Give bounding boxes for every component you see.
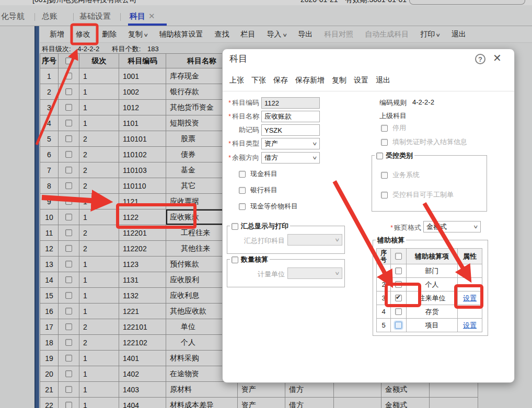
- toolbar-button[interactable]: 新增: [50, 30, 64, 39]
- cell-level: 2: [79, 162, 119, 178]
- table-row[interactable]: 22 1 1404 材料成本差异 资产 借方 金额式: [40, 398, 479, 408]
- row-checkbox[interactable]: [65, 167, 72, 173]
- tab-ledger[interactable]: 总账: [42, 11, 57, 21]
- cell-select: [59, 382, 79, 398]
- row-checkbox[interactable]: [65, 120, 72, 126]
- toolbar-button[interactable]: 删除: [102, 30, 117, 39]
- settlement-checkbox[interactable]: [381, 139, 388, 146]
- select-all-checkbox[interactable]: [65, 57, 72, 64]
- aux-table-row[interactable]: 2 个人: [377, 278, 482, 292]
- aux-row-checkbox[interactable]: [395, 308, 402, 315]
- help-icon[interactable]: ?: [475, 54, 485, 64]
- tab-close-icon[interactable]: ✕: [148, 11, 155, 21]
- mnemonic-input[interactable]: YSZK: [261, 124, 320, 136]
- summary-print-group: 汇总显示与打印 汇总打印科目 ∨: [227, 226, 345, 254]
- toolbar-button[interactable]: 科目对照: [324, 30, 353, 39]
- page-format-select[interactable]: 金额式∨: [423, 221, 481, 232]
- toolbar: 新增 修改 删除 复制∨ 辅助核算设置 查找 栏目 导入∨ 导出 科目对照 自动…: [40, 26, 532, 43]
- cell-seq: 18: [40, 335, 59, 351]
- toolbar-button[interactable]: 导入∨: [267, 30, 287, 39]
- top-right-control[interactable]: [409, 0, 525, 5]
- row-checkbox[interactable]: [65, 151, 72, 158]
- row-checkbox[interactable]: [65, 135, 72, 142]
- summary-subject-select[interactable]: ∨: [287, 234, 342, 246]
- dialog-menu-item[interactable]: 退出: [376, 76, 390, 85]
- cell-seq: 6: [40, 147, 59, 162]
- cell-name: 材料成本差异: [166, 398, 238, 408]
- cell-seq: 19: [40, 351, 59, 366]
- row-checkbox[interactable]: [65, 214, 72, 220]
- cell-select: [59, 68, 79, 84]
- row-checkbox[interactable]: [65, 88, 72, 95]
- close-icon[interactable]: ✕: [493, 52, 502, 64]
- aux-row-checkbox[interactable]: [395, 295, 402, 301]
- dialog-menu-item[interactable]: 复制: [332, 76, 346, 85]
- unit-label: 计量单位: [227, 270, 285, 279]
- dialog-menu-item[interactable]: 保存新增: [295, 76, 325, 85]
- row-checkbox[interactable]: [65, 229, 72, 236]
- toolbar-button[interactable]: 栏目: [241, 30, 256, 39]
- name-input[interactable]: 应收账款: [261, 111, 320, 122]
- aux-table-row[interactable]: 1 部门: [377, 264, 482, 278]
- type-select[interactable]: 资产∨: [261, 138, 320, 149]
- dialog-menu-item[interactable]: 设置: [354, 76, 368, 85]
- row-checkbox[interactable]: [65, 245, 72, 252]
- toolbar-button[interactable]: 复制∨: [128, 30, 148, 39]
- toolbar-button[interactable]: 修改: [76, 30, 90, 39]
- business-system-checkbox[interactable]: [381, 172, 388, 179]
- summary-print-checkbox[interactable]: [232, 223, 238, 230]
- bank-subject-checkbox[interactable]: [239, 187, 246, 194]
- row-checkbox[interactable]: [65, 402, 72, 408]
- row-checkbox[interactable]: [65, 261, 72, 267]
- cell-select: [59, 225, 79, 241]
- tab-subject[interactable]: 科目: [130, 11, 145, 21]
- cell-select: [59, 335, 79, 351]
- manual-voucher-checkbox[interactable]: [381, 192, 388, 199]
- cell-select: [59, 272, 79, 288]
- toolbar-button[interactable]: 查找: [215, 30, 229, 39]
- row-checkbox[interactable]: [65, 198, 72, 205]
- code-input[interactable]: 1122: [261, 97, 320, 109]
- toolbar-button[interactable]: 退出: [452, 30, 466, 39]
- aux-table-row[interactable]: 4 存货: [377, 305, 482, 319]
- toolbar-button[interactable]: 自动生成科目: [365, 30, 409, 39]
- dialog-menu-item[interactable]: 上张: [229, 76, 244, 85]
- aux-row-checkbox[interactable]: [395, 322, 402, 329]
- aux-row-checkbox[interactable]: [395, 281, 402, 288]
- row-checkbox[interactable]: [65, 73, 72, 79]
- row-checkbox[interactable]: [65, 182, 72, 189]
- row-checkbox[interactable]: [65, 355, 72, 362]
- aux-row-checkbox[interactable]: [395, 267, 402, 274]
- row-checkbox[interactable]: [65, 292, 72, 299]
- toolbar-button[interactable]: 导出: [298, 30, 313, 39]
- header-seq: 序号: [40, 54, 59, 68]
- cash-equivalent-checkbox[interactable]: [239, 203, 246, 210]
- toolbar-button[interactable]: 辅助核算设置: [159, 30, 203, 39]
- tab-basic-setup[interactable]: 基础设置: [79, 11, 111, 21]
- aux-table-row[interactable]: 3 往来单位 设置: [377, 292, 482, 305]
- aux-table-row[interactable]: 5 项目 设置: [377, 319, 482, 332]
- aux-settings-link[interactable]: 设置: [463, 321, 477, 330]
- row-checkbox[interactable]: [65, 323, 72, 330]
- table-row[interactable]: 21 1 1403 原材料 资产 借方 金额式: [40, 382, 479, 398]
- quantity-checkbox[interactable]: [232, 257, 238, 263]
- cash-subject-checkbox[interactable]: [239, 171, 246, 178]
- row-checkbox[interactable]: [65, 370, 72, 377]
- tab-nav[interactable]: 化导航: [1, 11, 25, 21]
- aux-settings-link[interactable]: 设置: [463, 294, 477, 303]
- row-checkbox[interactable]: [65, 276, 72, 283]
- direction-select[interactable]: 借方∨: [261, 152, 320, 164]
- aux-cell-item: 项目: [407, 319, 458, 332]
- row-checkbox[interactable]: [65, 339, 72, 346]
- row-checkbox[interactable]: [65, 386, 72, 393]
- nav-splitter-bar[interactable]: [34, 26, 39, 408]
- aux-select-all-checkbox[interactable]: [395, 253, 402, 260]
- row-checkbox[interactable]: [65, 104, 72, 111]
- controlled-type-checkbox[interactable]: [376, 153, 383, 159]
- row-checkbox[interactable]: [65, 308, 72, 314]
- unit-select[interactable]: ∨: [287, 267, 342, 279]
- dialog-menu-item[interactable]: 下张: [251, 76, 266, 85]
- toolbar-button[interactable]: 打印∨: [420, 30, 440, 39]
- dialog-menu-item[interactable]: 保存: [273, 76, 288, 85]
- disable-checkbox[interactable]: [381, 125, 388, 132]
